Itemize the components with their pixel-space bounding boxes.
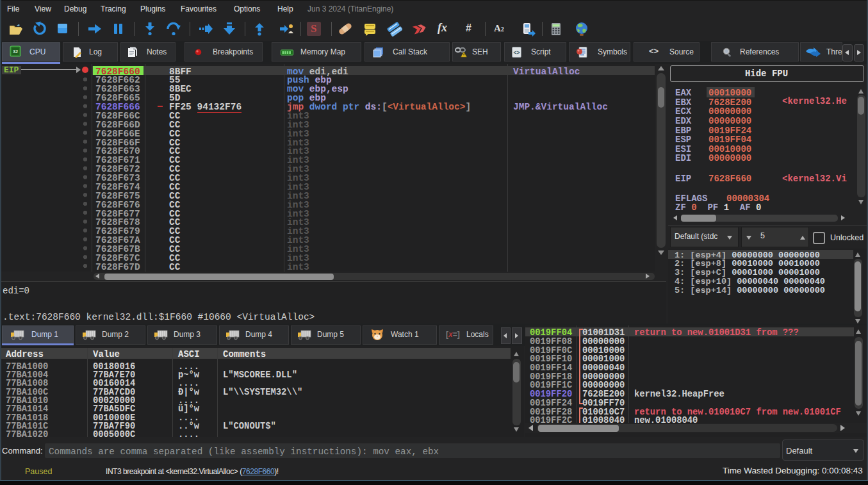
svg-text:32: 32 (13, 49, 18, 54)
svg-text:<>: <> (513, 50, 520, 56)
